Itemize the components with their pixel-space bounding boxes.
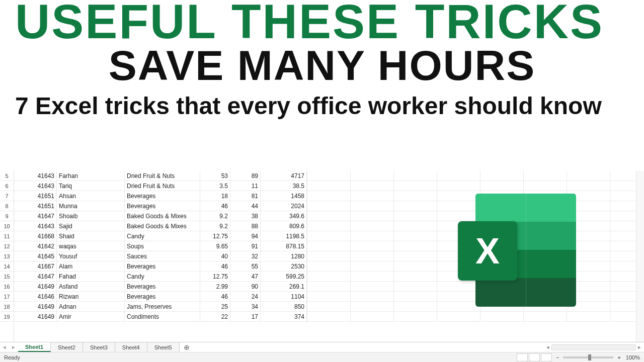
empty-cells[interactable]	[307, 181, 644, 191]
row-header[interactable]: 13	[0, 251, 14, 261]
cell[interactable]: 24	[230, 292, 261, 301]
cell[interactable]: 41645	[14, 251, 57, 261]
cell[interactable]: 46	[200, 261, 230, 271]
cell[interactable]: Rizwan	[57, 292, 125, 301]
cell[interactable]: 41667	[14, 261, 57, 271]
cell[interactable]: Fahad	[57, 272, 125, 281]
cell[interactable]: Alam	[57, 261, 125, 271]
cell[interactable]: 32	[230, 251, 261, 261]
scroll-right-icon[interactable]: ▸	[637, 345, 642, 350]
cell[interactable]: 599.25	[261, 272, 307, 281]
cell[interactable]: 2530	[261, 261, 307, 271]
row-header[interactable]: 17	[0, 292, 14, 302]
row-header[interactable]: 9	[0, 211, 14, 221]
cell[interactable]: 9.2	[200, 221, 230, 231]
row-header[interactable]: 11	[0, 231, 14, 241]
cell[interactable]: Ahsan	[57, 191, 125, 201]
zoom-minus[interactable]: −	[556, 354, 559, 360]
cell[interactable]: Candy	[125, 272, 200, 281]
cell[interactable]: Beverages	[125, 292, 200, 301]
cell[interactable]: Yousuf	[57, 251, 125, 261]
cell[interactable]: 88	[230, 221, 261, 231]
empty-cells[interactable]	[307, 171, 644, 180]
cell[interactable]: 41649	[14, 282, 57, 291]
sheet-tab[interactable]: Sheet2	[51, 342, 83, 352]
zoom-level[interactable]: 100%	[626, 354, 640, 360]
cell[interactable]: 25	[200, 302, 230, 311]
cell[interactable]: Munna	[57, 201, 125, 211]
cell[interactable]: Shaid	[57, 231, 125, 241]
cell[interactable]: 91	[230, 241, 261, 251]
cell[interactable]: 55	[230, 261, 261, 271]
view-normal-button[interactable]	[517, 353, 528, 361]
cell[interactable]: 3.5	[200, 181, 230, 191]
cell[interactable]: Dried Fruit & Nuts	[125, 171, 200, 180]
cell[interactable]: 878.15	[261, 241, 307, 251]
cell[interactable]: 349.6	[261, 211, 307, 221]
cell[interactable]: 4717	[261, 171, 307, 180]
cell[interactable]: 1280	[261, 251, 307, 261]
sheet-tab[interactable]: Sheet5	[147, 342, 180, 352]
row-header[interactable]: 8	[0, 201, 14, 211]
cell[interactable]: 22	[200, 312, 230, 321]
cell[interactable]: 1458	[261, 191, 307, 201]
cell[interactable]: 41668	[14, 231, 57, 241]
cell[interactable]: 41647	[14, 211, 57, 221]
cell[interactable]: Condiments	[125, 312, 200, 321]
cell[interactable]: 94	[230, 231, 261, 241]
cell[interactable]: 38	[230, 211, 261, 221]
cell[interactable]: 1104	[261, 292, 307, 301]
cell[interactable]: 850	[261, 302, 307, 311]
cell[interactable]: 41646	[14, 292, 57, 301]
cell[interactable]: 53	[200, 171, 230, 180]
cell[interactable]: Candy	[125, 231, 200, 241]
cell[interactable]: Farhan	[57, 171, 125, 180]
cell[interactable]: 41647	[14, 272, 57, 281]
view-layout-button[interactable]	[529, 353, 540, 361]
row-header[interactable]: 14	[0, 261, 14, 272]
cell[interactable]: Beverages	[125, 201, 200, 211]
cell[interactable]: 41643	[14, 181, 57, 191]
cell[interactable]: 12.75	[200, 231, 230, 241]
cell[interactable]: 9.2	[200, 211, 230, 221]
cell[interactable]: Beverages	[125, 282, 200, 291]
cell[interactable]: 47	[230, 272, 261, 281]
cell[interactable]: 44	[230, 201, 261, 211]
cell[interactable]: 81	[230, 191, 261, 201]
sheet-tab[interactable]: Sheet1	[18, 342, 51, 352]
cell[interactable]: 41643	[14, 171, 57, 180]
cell[interactable]: 12.75	[200, 272, 230, 281]
cell[interactable]: 2.99	[200, 282, 230, 291]
cell[interactable]: 809.6	[261, 221, 307, 231]
cell[interactable]: 41649	[14, 312, 57, 321]
cell[interactable]: Adnan	[57, 302, 125, 311]
cell[interactable]: 2024	[261, 201, 307, 211]
cell[interactable]: Dried Fruit & Nuts	[125, 181, 200, 191]
cell[interactable]: 41649	[14, 302, 57, 311]
tab-nav-prev[interactable]: ◂	[0, 342, 9, 352]
cell[interactable]: Tariq	[57, 181, 125, 191]
row-header[interactable]: 12	[0, 241, 14, 251]
cell[interactable]: 18	[200, 191, 230, 201]
cell[interactable]: 40	[200, 251, 230, 261]
sheet-tab[interactable]: Sheet3	[83, 342, 115, 352]
cell[interactable]: Sajid	[57, 221, 125, 231]
cell[interactable]: 38.5	[261, 181, 307, 191]
row-header[interactable]: 18	[0, 302, 14, 312]
row-header[interactable]: 19	[0, 312, 14, 322]
cell[interactable]: 41642	[14, 241, 57, 251]
cell[interactable]: 90	[230, 282, 261, 291]
cell[interactable]: 9.65	[200, 241, 230, 251]
horizontal-scrollbar[interactable]: ◂ ▸	[543, 342, 644, 352]
cell[interactable]: 269.1	[261, 282, 307, 291]
row-header[interactable]: 6	[0, 181, 14, 191]
cell[interactable]: Baked Goods & Mixes	[125, 221, 200, 231]
cell[interactable]: 46	[200, 201, 230, 211]
empty-cells[interactable]	[307, 312, 644, 321]
cell[interactable]: Jams, Preserves	[125, 302, 200, 311]
cell[interactable]: Beverages	[125, 191, 200, 201]
new-sheet-button[interactable]: ⊕	[180, 342, 194, 352]
zoom-slider[interactable]	[563, 356, 613, 358]
cell[interactable]: Beverages	[125, 261, 200, 271]
scroll-left-icon[interactable]: ◂	[545, 345, 550, 350]
